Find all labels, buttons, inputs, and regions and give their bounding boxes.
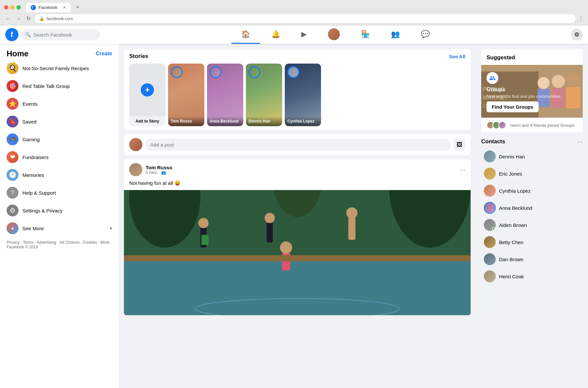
post-author-avatar[interactable] [129,163,142,176]
contact-item-anna[interactable]: Anna Becklund [481,199,583,216]
story-name-anna: Anna Becklund [210,119,241,124]
new-tab-button[interactable]: + [73,3,82,12]
footer-ad-choices[interactable]: Ad Choices [59,240,79,245]
right-panel: Suggested PUBLIC MARKET CENTRE [476,44,588,388]
groups-label: Groups [486,87,577,93]
sidebar-item-label: Memories [22,172,44,178]
nav-profile[interactable] [318,25,350,44]
sidebar-item-label: Red Table Talk Group [22,83,70,89]
footer-privacy[interactable]: Privacy [7,240,19,245]
story-card-anna[interactable]: Anna Becklund [207,64,243,126]
contact-item-aiden[interactable]: Aiden Brown [481,216,583,234]
create-button[interactable]: Create [96,51,112,57]
sidebar-item-gaming[interactable]: 🎮 Gaming [3,131,116,148]
sidebar-item-events[interactable]: ⭐ Events [3,95,116,112]
story-overlay-dennis: Dennis Han [246,116,282,126]
suggested-section: Suggested PUBLIC MARKET CENTRE [481,49,583,132]
nav-home[interactable]: 🏠 [231,25,260,44]
minimize-dot[interactable] [10,5,15,10]
story-card-tom[interactable]: Tom Russo [168,64,204,126]
browser-tab[interactable]: f Facebook ✕ [26,3,71,12]
contact-name: Cynthia Lopez [499,188,531,194]
search-input[interactable] [33,32,86,38]
stories-section: Stories See All + Add to Story [124,49,471,130]
sidebar-item-see-more[interactable]: ● See More ▾ [3,220,116,237]
nav-groups[interactable]: 👥 [381,25,410,44]
story-card-dennis[interactable]: Dennis Han [246,64,282,126]
contact-item-henri[interactable]: Henri Cook [481,268,583,285]
footer-more[interactable]: More [101,240,109,245]
reload-button[interactable]: ↻ [25,14,32,23]
nav-watch[interactable]: ▶ [291,25,317,44]
story-overlay-cynthia: Cynthia Lopez [285,116,321,126]
suggested-title: Suggested [481,49,583,65]
contact-name: Anna Becklund [499,205,532,211]
lock-icon: 🔒 [39,16,44,21]
contacts-section: Contacts ··· Dennis Han Eric Jones Cynth… [481,138,583,285]
search-icon: 🔍 [25,32,31,37]
saved-icon: 🔖 [7,116,18,127]
contact-item-cynthia[interactable]: Cynthia Lopez [481,182,583,199]
nav-messenger[interactable]: 💬 [411,25,440,44]
nav-right: ⚙ [571,29,583,41]
sidebar-item-family-recipes[interactable]: 🍳 Not-So-Secret Family Recipes [3,60,116,77]
sidebar-item-label: Not-So-Secret Family Recipes [22,66,89,71]
settings-button[interactable]: ⚙ [571,29,583,41]
contacts-menu-button[interactable]: ··· [577,138,583,145]
story-avatar-cynthia [287,66,299,78]
sidebar-item-saved[interactable]: 🔖 Saved [3,113,116,130]
chevron-down-icon: ▾ [110,226,112,231]
svg-point-0 [31,5,36,10]
story-name-tom: Tom Russo [171,119,202,124]
contact-item-eric[interactable]: Eric Jones [481,165,583,182]
sidebar-item-settings[interactable]: ⚙ Settings & Privacy [3,202,116,219]
footer-terms[interactable]: Terms [23,240,34,245]
contact-name: Aiden Brown [499,222,527,228]
close-dot[interactable] [4,5,8,10]
sidebar-item-help[interactable]: ? Help & Support [3,184,116,201]
sidebar-item-memories[interactable]: 🕐 Memories [3,166,116,183]
footer-cookies[interactable]: Cookies [83,240,97,245]
sidebar-title: Home [7,49,29,58]
nav-marketplace[interactable]: 🏪 [351,25,380,44]
post-author-name[interactable]: Tom Russo [146,165,172,170]
contact-avatar-henri [484,270,496,282]
see-more-icon: ● [7,222,18,234]
maximize-dot[interactable] [16,5,21,10]
watch-icon: ▶ [301,30,307,39]
contact-item-dan[interactable]: Dan Brown [481,251,583,268]
post-text: Not having fun at all 😛 [124,179,471,190]
contact-name: Dan Brown [499,257,523,262]
sidebar-item-red-table[interactable]: 🎯 Red Table Talk Group [3,77,116,95]
nav-notifications[interactable]: 🔔 [261,25,290,44]
sidebar-item-fundraisers[interactable]: ❤ Fundraisers [3,149,116,166]
svg-rect-16 [124,255,471,262]
sidebar-header: Home Create [3,46,116,60]
forward-button[interactable]: → [15,14,22,23]
find-groups-button[interactable]: Find Your Groups [486,101,539,112]
url-bar[interactable]: 🔒 facebook.com [35,14,575,23]
search-bar[interactable]: 🔍 [21,29,100,40]
photo-upload-button[interactable]: 🖼 [454,139,465,151]
post-menu-button[interactable]: ··· [460,166,465,174]
fundraisers-icon: ❤ [7,151,18,163]
post-input[interactable] [145,139,451,151]
audience-icon: 👥 [161,170,166,175]
sidebar-item-label: See More [22,226,44,231]
sidebar-footer: Privacy · Terms · Advertising · Ad Choic… [3,237,116,252]
add-to-story-card[interactable]: + Add to Story [129,64,165,126]
contact-item-betty[interactable]: Betty Chen [481,234,583,251]
tab-close-icon[interactable]: ✕ [63,5,66,10]
story-card-cynthia[interactable]: Cynthia Lopez [285,64,321,126]
footer-advertising[interactable]: Advertising [37,240,56,245]
back-button[interactable]: ← [4,14,12,23]
browser-menu-button[interactable]: ⋮ [578,15,584,22]
post-user-info: Tom Russo 5 mins · 👥 [129,163,172,176]
stories-list: + Add to Story Tom Russo [129,64,465,126]
contact-item-dennis[interactable]: Dennis Han [481,148,583,165]
post-time: 5 mins [146,170,157,175]
story-overlay-anna: Anna Becklund [207,116,243,126]
red-table-icon: 🎯 [7,80,18,92]
groups-friends-row: Henri and 9 friends joined Groups [481,118,583,132]
see-all-stories-button[interactable]: See All [449,54,465,59]
